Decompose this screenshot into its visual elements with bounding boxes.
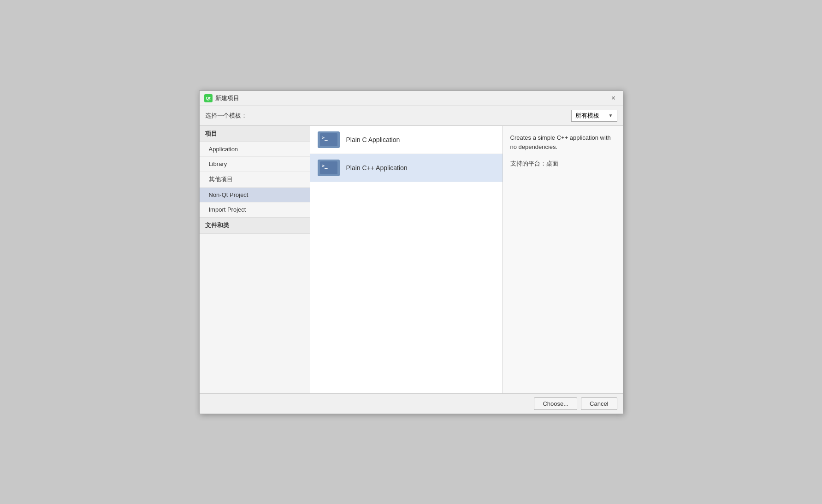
title-bar-left: Qt 新建项目 bbox=[204, 94, 239, 102]
window-title: 新建项目 bbox=[215, 94, 239, 102]
template-label: 选择一个模板： bbox=[205, 112, 247, 120]
cancel-button[interactable]: Cancel bbox=[581, 397, 617, 410]
platform-text: 支持的平台：桌面 bbox=[510, 160, 615, 168]
plain-cpp-icon: >_ bbox=[318, 160, 340, 176]
sidebar-item-import[interactable]: Import Project bbox=[200, 202, 310, 217]
template-item-plain-c[interactable]: >_ Plain C Application bbox=[310, 126, 503, 154]
dropdown-value: 所有模板 bbox=[575, 112, 599, 120]
qt-logo-icon: Qt bbox=[204, 94, 213, 102]
main-content: 项目 Application Library 其他项目 Non-Qt Proje… bbox=[200, 126, 623, 393]
dropdown-arrow-icon: ▼ bbox=[609, 113, 613, 118]
template-item-plain-cpp[interactable]: >_ Plain C++ Application bbox=[310, 154, 503, 182]
sidebar-item-non-qt[interactable]: Non-Qt Project bbox=[200, 188, 310, 202]
plain-cpp-label: Plain C++ Application bbox=[346, 164, 408, 172]
template-dropdown[interactable]: 所有模板 ▼ bbox=[571, 110, 617, 122]
terminal-prompt-c: >_ bbox=[322, 135, 328, 141]
left-panel: 项目 Application Library 其他项目 Non-Qt Proje… bbox=[200, 126, 310, 393]
left-section-header-files: 文件和类 bbox=[200, 217, 310, 234]
description-text: Creates a simple C++ application with no… bbox=[510, 133, 615, 153]
left-section-header-project: 项目 bbox=[200, 126, 310, 142]
sidebar-item-application[interactable]: Application bbox=[200, 142, 310, 157]
middle-panel: >_ Plain C Application >_ Plain C++ Appl… bbox=[310, 126, 503, 393]
bottom-bar: Choose... Cancel bbox=[200, 393, 623, 414]
sidebar-item-other[interactable]: 其他项目 bbox=[200, 172, 310, 188]
plain-c-label: Plain C Application bbox=[346, 136, 400, 143]
sidebar-item-library[interactable]: Library bbox=[200, 157, 310, 172]
choose-button[interactable]: Choose... bbox=[534, 397, 577, 410]
plain-c-icon: >_ bbox=[318, 131, 340, 148]
dialog-window: Qt 新建项目 × 选择一个模板： 所有模板 ▼ 项目 Application … bbox=[199, 90, 623, 414]
right-panel: Creates a simple C++ application with no… bbox=[503, 126, 623, 393]
close-button[interactable]: × bbox=[609, 94, 618, 103]
title-bar: Qt 新建项目 × bbox=[200, 91, 623, 106]
template-selector-row: 选择一个模板： 所有模板 ▼ bbox=[200, 106, 623, 126]
terminal-prompt-cpp: >_ bbox=[322, 163, 328, 169]
